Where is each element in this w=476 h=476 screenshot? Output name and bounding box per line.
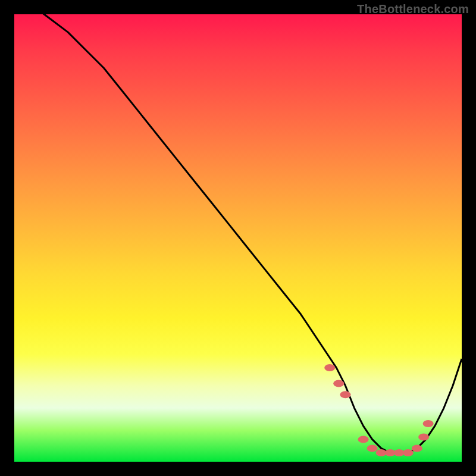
- highlight-dot: [412, 444, 422, 452]
- highlight-dot: [333, 380, 344, 387]
- watermark-text: TheBottleneck.com: [357, 2, 469, 16]
- highlight-dot: [403, 449, 414, 456]
- chart-frame: TheBottleneck.com: [0, 0, 476, 476]
- curve-layer: [14, 14, 462, 462]
- bottleneck-curve: [14, 0, 462, 453]
- highlight-dot: [324, 364, 335, 371]
- highlight-dot: [358, 436, 369, 443]
- highlight-dot: [340, 391, 351, 398]
- highlight-dot: [367, 444, 378, 452]
- highlight-dot: [418, 434, 429, 441]
- plot-area: [14, 14, 462, 462]
- highlight-dot: [423, 420, 434, 427]
